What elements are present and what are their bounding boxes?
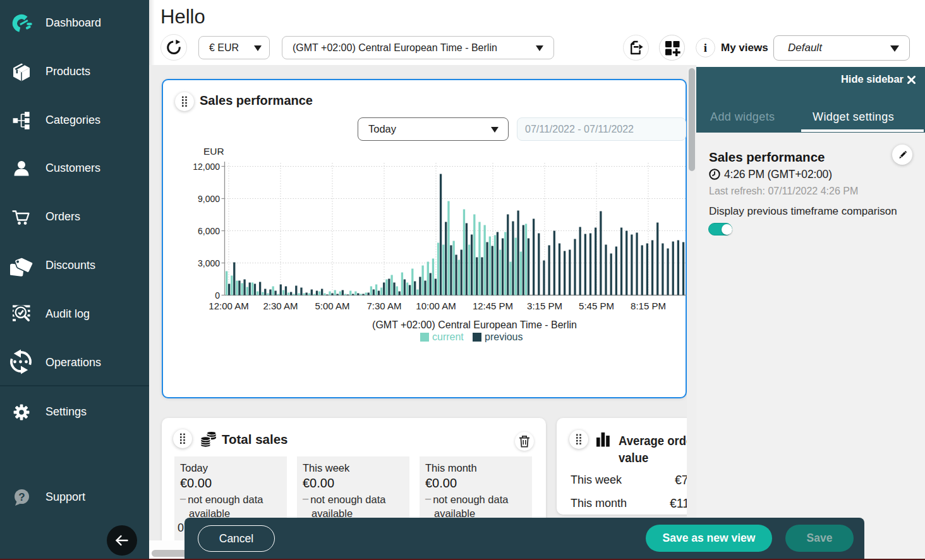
svg-text:?: ? — [18, 491, 25, 503]
